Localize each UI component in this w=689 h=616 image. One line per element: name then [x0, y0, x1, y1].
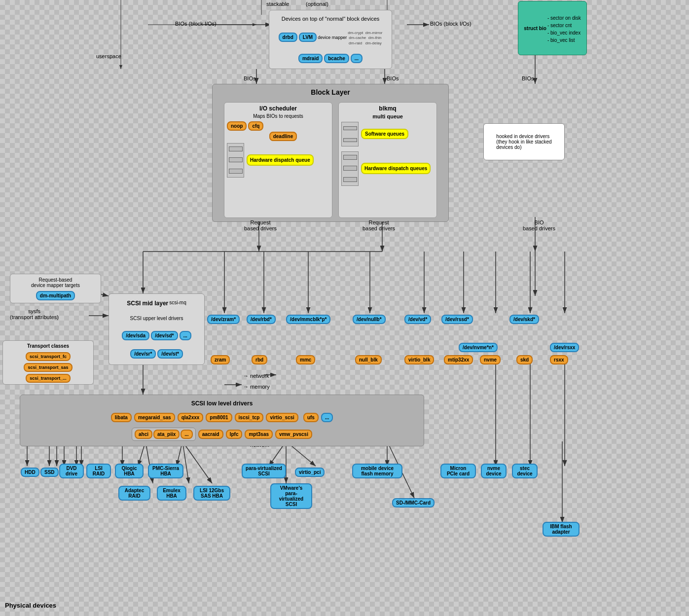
stackable-label: stackable — [266, 1, 289, 7]
scsi-mq-label: scsi-mq — [169, 300, 186, 305]
dev-sr-btn[interactable]: /dev/sr* — [130, 349, 156, 359]
transport-classes-label: Transport classes — [27, 343, 69, 349]
dev-rsxx-btn[interactable]: /dev/rsxx — [550, 343, 579, 352]
skd-btn[interactable]: skd — [516, 355, 533, 364]
libata-btn[interactable]: libata — [111, 413, 132, 422]
dev-mmcblk-btn[interactable]: /dev/mmcblk*p* — [286, 315, 330, 324]
dev-rssd-btn[interactable]: /dev/rssd* — [441, 315, 473, 324]
dm-multipath-btn[interactable]: dm-multipath — [36, 291, 75, 300]
scsi-sas-btn[interactable]: scsi_transport_sas — [24, 363, 72, 372]
network-label-1: → network — [243, 373, 269, 379]
lpfc-btn[interactable]: lpfc — [226, 430, 243, 439]
rbd-btn[interactable]: rbd — [252, 355, 267, 364]
dev-st-btn[interactable]: /dev/st* — [157, 349, 183, 359]
stec-device-btn[interactable]: stec device — [512, 464, 538, 478]
more2-btn[interactable]: ... — [180, 331, 191, 340]
micron-pcie-btn[interactable]: Micron PCIe card — [440, 464, 476, 478]
qlogic-hba-btn[interactable]: Qlogic HBA — [115, 464, 144, 478]
dev-zram-btn[interactable]: /dev/zram* — [207, 315, 240, 324]
aacraid-btn[interactable]: aacraid — [198, 430, 223, 439]
more1-btn[interactable]: ... — [351, 54, 363, 63]
adaptec-raid-btn[interactable]: Adaptec RAID — [118, 486, 150, 501]
mdraid-btn[interactable]: mdraid — [298, 54, 323, 63]
mtip32xx-btn[interactable]: mtip32xx — [444, 355, 473, 364]
scsi-mid-title: SCSI mid layer — [127, 300, 168, 307]
scsi-other-btn[interactable]: scsi_transport_... — [26, 374, 71, 383]
null-blk-btn[interactable]: null_blk — [355, 355, 382, 364]
hdd-btn[interactable]: HDD — [21, 468, 39, 477]
request-based-1: Requestbased drivers — [244, 219, 277, 231]
megaraid-btn[interactable]: megaraid_sas — [134, 413, 175, 422]
svg-line-38 — [182, 441, 189, 483]
svg-line-39 — [182, 441, 212, 483]
physical-devices-label: Physical devices — [5, 602, 56, 609]
dev-vd-btn[interactable]: /dev/vd* — [404, 315, 431, 324]
ibm-flash-btn[interactable]: IBM flash adapter — [543, 522, 580, 537]
mpt3sas-btn[interactable]: mpt3sas — [245, 430, 273, 439]
bios-label-right: BIOs (block I/Os) — [430, 21, 471, 27]
dev-sda-btn[interactable]: /dev/sda — [122, 331, 149, 340]
iscsi-tcp-btn[interactable]: iscsi_tcp — [235, 413, 264, 422]
mobile-flash-btn[interactable]: mobile device flash memory — [352, 464, 402, 478]
devices-on-top-label: Devices on top of "normal" block devices — [282, 16, 380, 22]
block-layer-box: Block Layer I/O scheduler Maps BIOs to r… — [212, 84, 449, 222]
dvd-drive-btn[interactable]: DVD drive — [59, 464, 84, 478]
vmware-scsi-btn[interactable]: VMware's para-virtualized SCSI — [270, 483, 312, 509]
io-scheduler-title: I/O scheduler — [227, 105, 329, 112]
drbd-btn[interactable]: drbd — [279, 33, 297, 42]
ahci-btn[interactable]: ahci — [135, 430, 152, 439]
bcache-btn[interactable]: bcache — [324, 54, 349, 63]
noop-btn[interactable]: noop — [227, 121, 247, 131]
devices-on-top-box: Devices on top of "normal" block devices… — [269, 10, 392, 69]
pm8001-btn[interactable]: pm8001 — [206, 413, 232, 422]
scsi-fc-btn[interactable]: scsi_transport_fc — [26, 352, 71, 361]
nvme-btn[interactable]: nvme — [480, 355, 501, 364]
lsi-raid-btn[interactable]: LSI RAID — [86, 464, 111, 478]
block-layer-title: Block Layer — [215, 88, 446, 96]
scsi-mid-box: SCSI mid layer scsi-mq SCSI upper level … — [109, 293, 205, 365]
virtio-pci-btn[interactable]: virtio_pci — [295, 468, 325, 477]
bios-far-right: BIOs — [522, 75, 534, 81]
zram-btn[interactable]: zram — [211, 355, 230, 364]
more-ahci-btn[interactable]: ... — [181, 430, 192, 439]
deadline-btn[interactable]: deadline — [269, 132, 297, 141]
lvm-btn[interactable]: LVM — [299, 33, 317, 42]
pmc-sierra-btn[interactable]: PMC-Sierra HBA — [148, 464, 183, 478]
hooked-drivers-label: hooked in device drivers(they hook in li… — [496, 134, 551, 150]
qla2xxx-btn[interactable]: qla2xxx — [178, 413, 204, 422]
ssd-btn[interactable]: SSD — [40, 468, 59, 477]
sd-mmc-btn[interactable]: SD-/MMC-Card — [392, 498, 435, 507]
dev-skd-btn[interactable]: /dev/skd* — [509, 315, 539, 324]
struct-bio-box: struct bio - sector on disk - sector cnt… — [518, 1, 587, 55]
vmw-pvscsi-btn[interactable]: vmw_pvscsi — [275, 430, 312, 439]
ata-piix-btn[interactable]: ata_piix — [153, 430, 180, 439]
dev-nullb-btn[interactable]: /dev/nullb* — [353, 315, 386, 324]
lsi-12gbs-btn[interactable]: LSI 12Gbs SAS HBA — [193, 486, 230, 501]
bio-based-label: BIObased drivers — [523, 219, 555, 231]
main-diagram: stackable (optional) Devices on top of "… — [0, 0, 689, 616]
para-scsi-btn[interactable]: para-virtualized SCSI — [242, 464, 286, 478]
maps-bios-label: Maps BIOs to requests — [227, 113, 329, 119]
transport-classes-box: Transport classes scsi_transport_fc scsi… — [2, 340, 94, 385]
virtio-scsi-btn[interactable]: virtio_scsi — [266, 413, 298, 422]
scsi-low-title: SCSI low level drivers — [24, 400, 420, 407]
struct-bio-title: struct bio — [524, 26, 546, 31]
software-queues-btn[interactable]: Software queues — [361, 129, 408, 139]
hw-dispatch-queues-btn[interactable]: Hardware dispatch queues — [361, 163, 431, 174]
dev-nvme-btn[interactable]: /dev/nvme*n* — [459, 343, 498, 352]
emulex-hba-btn[interactable]: Emulex HBA — [157, 486, 186, 501]
dev-rbd-btn[interactable]: /dev/rbd* — [247, 315, 276, 324]
virtio-blk-btn[interactable]: virtio_blk — [404, 355, 434, 364]
mmc-btn[interactable]: mmc — [296, 355, 315, 364]
blkmq-title: blkmq — [341, 105, 434, 112]
request-dm-label: Request-baseddevice mapper targets — [31, 277, 80, 288]
hw-dispatch-queue-btn[interactable]: Hardware dispatch queue — [247, 154, 314, 166]
cfq-btn[interactable]: cfq — [248, 121, 263, 131]
multi-queue-title: multi queue — [341, 113, 434, 119]
scsi-low-box: SCSI low level drivers libata megaraid_s… — [20, 395, 424, 446]
more-ufs-btn[interactable]: ... — [321, 413, 333, 422]
dev-sd-btn[interactable]: /dev/sd* — [151, 331, 178, 340]
ufs-btn[interactable]: ufs — [303, 413, 319, 422]
rsxx-btn[interactable]: rsxx — [550, 355, 568, 364]
nvme-device-btn[interactable]: nvme device — [481, 464, 507, 478]
